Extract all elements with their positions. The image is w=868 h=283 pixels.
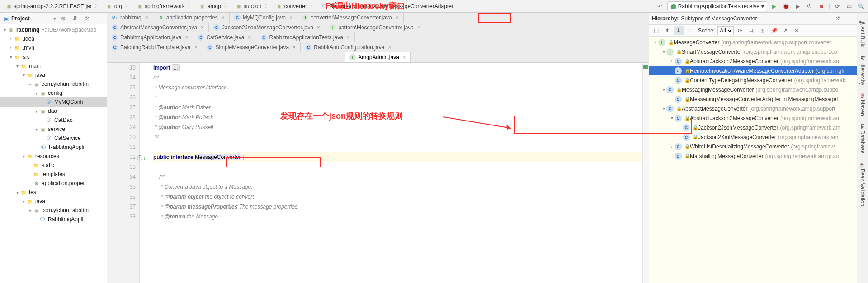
tab-jackson2json[interactable]: CJackson2JsonMessageConverter.java× bbox=[209, 23, 325, 32]
crumb-pkg[interactable]: ▣ org〉 bbox=[104, 1, 133, 11]
vcs-icon[interactable]: ⟳ bbox=[833, 2, 842, 11]
close-icon[interactable]: × bbox=[222, 14, 225, 21]
gutter-hierarchy[interactable]: 🏗 Hierarchy bbox=[859, 54, 867, 87]
tree-item[interactable]: ▾📁resources bbox=[0, 152, 107, 161]
close-icon[interactable]: × bbox=[292, 44, 296, 51]
tree-item[interactable]: ▾📁main bbox=[0, 61, 107, 70]
supertypes-icon[interactable]: ⬆ bbox=[662, 26, 672, 35]
crumb-pkg[interactable]: ▣ support〉 bbox=[233, 1, 273, 11]
tree-root[interactable]: ▾▣rabbitmqF:\IDEAworkSpace\rab bbox=[0, 25, 107, 34]
hierarchy-item[interactable]: C🔒RemoteInvocationAwareMessageConverterA… bbox=[649, 66, 857, 75]
hide-icon[interactable]: — bbox=[845, 14, 854, 23]
tab-abstractmsg[interactable]: CAbstractMessageConverter.java× bbox=[107, 23, 209, 32]
layout-icon[interactable]: ▭ bbox=[844, 2, 854, 11]
tree-item[interactable]: ⚙application.proper bbox=[0, 179, 107, 188]
tree-item[interactable]: ▾▣config bbox=[0, 88, 107, 97]
gutter-ant[interactable]: 🐜 Ant Build bbox=[859, 17, 867, 50]
tab-appprops[interactable]: ⚙application.properties× bbox=[153, 13, 230, 23]
hierarchy-item[interactable]: C🔒MarshallingMessageConverter(org.spring… bbox=[649, 151, 857, 161]
crumb-pkg[interactable]: ▣ amqp〉 bbox=[197, 1, 232, 11]
stop-icon[interactable]: ■ bbox=[817, 2, 826, 11]
tab-msgconverter[interactable]: Iconverter\MessageConverter.java× bbox=[297, 13, 403, 23]
error-stripe[interactable] bbox=[642, 63, 649, 283]
tree-item[interactable]: ⒸCatService bbox=[0, 134, 107, 143]
autoscroll-icon[interactable]: ⇉ bbox=[746, 26, 756, 35]
hide-icon[interactable]: — bbox=[94, 14, 103, 23]
hierarchy-item[interactable]: ▾I🔒SmartMessageConverter(org.springframe… bbox=[649, 47, 857, 56]
gutter-bean[interactable]: ☕ Bean Validation bbox=[859, 160, 867, 208]
tab-patternmsg[interactable]: Ipattern\MessageConverter.java× bbox=[325, 23, 425, 32]
tab-batching[interactable]: CBatchingRabbitTemplate.java× bbox=[107, 42, 202, 52]
hierarchy-item[interactable]: C🔒MessagingMessageConverterAdapter in Me… bbox=[649, 94, 857, 104]
close-icon[interactable]: × bbox=[248, 34, 251, 41]
tree-item[interactable]: ›📁.idea bbox=[0, 34, 107, 43]
close-icon[interactable]: × bbox=[289, 14, 292, 21]
close-icon[interactable]: × bbox=[403, 54, 406, 60]
back-icon[interactable]: ↶ bbox=[656, 2, 665, 11]
close-icon[interactable]: × bbox=[347, 34, 350, 41]
close-icon[interactable]: × bbox=[185, 34, 188, 41]
tab-simplemsg[interactable]: CSimpleMessageConverter.java× bbox=[202, 42, 301, 52]
tab-rabbitmqtests[interactable]: CRabbitmqApplicationTests.java× bbox=[256, 32, 355, 42]
profile-icon[interactable]: ⏱ bbox=[805, 2, 814, 11]
project-tree[interactable]: ▾▣rabbitmqF:\IDEAworkSpace\rab ›📁.idea ›… bbox=[0, 24, 107, 283]
close-icon[interactable]: × bbox=[388, 44, 391, 51]
collapse-icon[interactable]: ⇵ bbox=[71, 14, 80, 23]
tree-item[interactable]: 📁templates bbox=[0, 170, 107, 179]
class-hierarchy-icon[interactable]: ⬚ bbox=[651, 26, 661, 35]
close-icon[interactable]: × bbox=[145, 14, 148, 21]
tab-autoconfig[interactable]: CRabbitAutoConfiguration.java× bbox=[301, 42, 396, 52]
crumb-pkg[interactable]: ▣ springframework〉 bbox=[134, 1, 196, 11]
expand-icon[interactable]: ⊞ bbox=[758, 26, 768, 35]
hierarchy-item[interactable]: ▾I🔒MessageConverter(org.springframework.… bbox=[649, 37, 857, 47]
hierarchy-item[interactable]: ▾C🔒AbstractJackson2MessageConverter(org.… bbox=[649, 113, 857, 123]
sort-icon[interactable]: ↕ bbox=[685, 26, 695, 35]
run-config-select[interactable]: ⬤ RabbitmqApplicationTests.receive ▾ bbox=[667, 1, 767, 11]
crumb-jar[interactable]: ▣ spring-amqp-2.2.2.RELEASE.jar〉 bbox=[3, 1, 103, 11]
hierarchy-item[interactable]: ▾C🔒AbstractMessageConverter(org.springfr… bbox=[649, 104, 857, 113]
hierarchy-item[interactable]: ›C🔒WhiteListDeserializingMessageConverte… bbox=[649, 142, 857, 151]
tree-item[interactable]: ▾📁java bbox=[0, 197, 107, 206]
hierarchy-item[interactable]: ›C🔒AbstractJackson2MessageConverter(org.… bbox=[649, 56, 857, 66]
tab-rabbitmq[interactable]: M↓rabbitmq× bbox=[107, 13, 153, 23]
run-icon[interactable]: ▶ bbox=[770, 2, 779, 11]
close-icon[interactable]: × bbox=[317, 24, 320, 31]
close-icon[interactable]: × bbox=[417, 24, 420, 31]
refresh-icon[interactable]: ⟳ bbox=[735, 26, 745, 35]
tree-item[interactable]: ▾▣com.yichun.rabbitm bbox=[0, 206, 107, 215]
close-icon[interactable]: ✕ bbox=[792, 26, 802, 35]
tab-rabbitmqapp[interactable]: CRabbitmqApplication.java× bbox=[107, 32, 193, 42]
close-icon[interactable]: × bbox=[396, 14, 399, 21]
tab-mymqconfig[interactable]: CMyMQConfig.java× bbox=[230, 13, 297, 23]
tree-item[interactable]: ⒸCatDao bbox=[0, 116, 107, 125]
search-icon[interactable]: 🔍 bbox=[856, 2, 865, 11]
tab-catservice[interactable]: CCatService.java× bbox=[193, 32, 256, 42]
tree-item[interactable]: ⒸRabbitmqAppli bbox=[0, 143, 107, 152]
scope-select[interactable]: All bbox=[717, 26, 734, 35]
tree-item[interactable]: 📁static bbox=[0, 161, 107, 170]
tree-item[interactable]: ▾📁src bbox=[0, 52, 107, 61]
tab-amqpadmin[interactable]: IAmqpAdmin.java× bbox=[345, 52, 411, 62]
pin-icon[interactable]: 📌 bbox=[769, 26, 779, 35]
crumb-class[interactable]: Ⓒ RemoteInvocationAwareMessageConverterA… bbox=[319, 2, 456, 10]
subtypes-icon[interactable]: ⬇ bbox=[674, 26, 684, 35]
crumb-pkg[interactable]: ▣ converter〉 bbox=[274, 1, 318, 11]
gutter-maven[interactable]: m Maven bbox=[859, 92, 867, 118]
tree-item[interactable]: ›📁.mvn bbox=[0, 43, 107, 52]
locate-icon[interactable]: ⊕ bbox=[59, 14, 68, 23]
close-icon[interactable]: × bbox=[201, 24, 204, 31]
hierarchy-item[interactable]: C🔒Jackson2JsonMessageConverter(org.sprin… bbox=[649, 123, 857, 132]
tree-item[interactable]: ▾📁java bbox=[0, 70, 107, 79]
tree-item[interactable]: ▾📁test bbox=[0, 188, 107, 197]
code-editor[interactable]: import ... /** * Message converter inter… bbox=[140, 63, 649, 283]
tree-item[interactable]: ▾▣dao bbox=[0, 107, 107, 116]
tree-item[interactable]: ⒸMyMQConfi bbox=[0, 97, 107, 107]
tree-item[interactable]: ▾▣service bbox=[0, 125, 107, 134]
debug-icon[interactable]: 🐞 bbox=[782, 2, 791, 11]
project-view-icon[interactable]: ▣ bbox=[4, 15, 9, 22]
export-icon[interactable]: ↗ bbox=[780, 26, 790, 35]
tree-item[interactable]: ⒸRabbitmqAppli bbox=[0, 215, 107, 224]
coverage-icon[interactable]: ▶ bbox=[793, 2, 802, 11]
hierarchy-item[interactable]: C🔒Jackson2XmlMessageConverter(org.spring… bbox=[649, 132, 857, 142]
gutter-database[interactable]: 🗄 Database bbox=[859, 122, 867, 155]
